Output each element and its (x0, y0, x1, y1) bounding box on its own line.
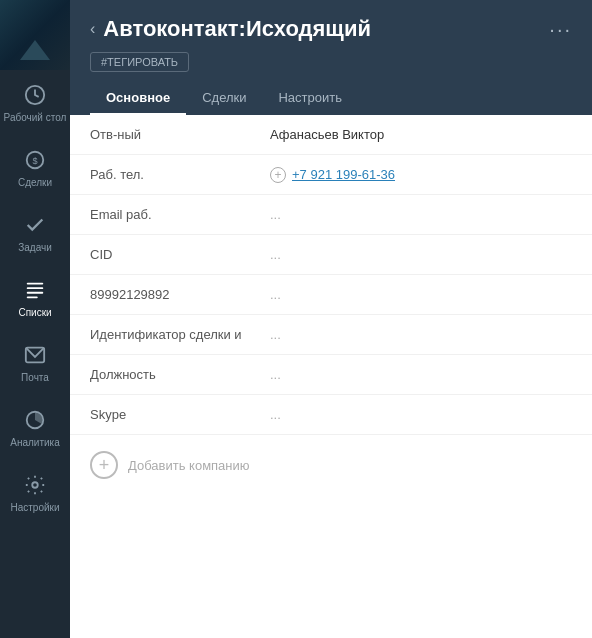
field-row-phone: Раб. тел. + +7 921 199-61-36 (70, 155, 592, 195)
header-tag-row: #ТЕГИРОВАТЬ (90, 52, 572, 72)
sidebar-logo (0, 0, 70, 70)
field-row-position: Должность ... (70, 355, 592, 395)
field-row-cid: CID ... (70, 235, 592, 275)
add-company-row[interactable]: + Добавить компанию (70, 435, 592, 495)
sidebar-label-deals: Сделки (18, 177, 52, 189)
header-title-row: ‹ Автоконтакт:Исходящий (90, 16, 371, 42)
field-label-phone: Раб. тел. (90, 167, 270, 182)
sidebar-item-lists[interactable]: Списки (0, 265, 70, 330)
field-value-deal-id[interactable]: ... (270, 327, 281, 342)
field-value-email[interactable]: ... (270, 207, 281, 222)
sidebar-item-deals[interactable]: $ Сделки (0, 135, 70, 200)
settings-icon (22, 472, 48, 498)
field-row-email: Email раб. ... (70, 195, 592, 235)
field-label-deal-id: Идентификатор сделки и (90, 327, 270, 342)
field-row-responsible: Отв-ный Афанасьев Виктор (70, 115, 592, 155)
field-value-cid[interactable]: ... (270, 247, 281, 262)
sidebar-item-mail[interactable]: Почта (0, 330, 70, 395)
sidebar-label-settings: Настройки (10, 502, 59, 514)
tab-settings[interactable]: Настроить (262, 82, 358, 115)
header-top: ‹ Автоконтакт:Исходящий ··· (90, 16, 572, 42)
sidebar-item-settings[interactable]: Настройки (0, 460, 70, 525)
header: ‹ Автоконтакт:Исходящий ··· #ТЕГИРОВАТЬ … (70, 0, 592, 115)
field-label-position: Должность (90, 367, 270, 382)
field-row-deal-id: Идентификатор сделки и ... (70, 315, 592, 355)
mail-icon (22, 342, 48, 368)
tag-button[interactable]: #ТЕГИРОВАТЬ (90, 52, 189, 72)
main-panel: ‹ Автоконтакт:Исходящий ··· #ТЕГИРОВАТЬ … (70, 0, 592, 638)
svg-rect-4 (27, 287, 44, 289)
add-company-icon: + (90, 451, 118, 479)
sidebar-label-mail: Почта (21, 372, 49, 384)
sidebar-label-dashboard: Рабочий стол (4, 112, 67, 124)
field-value-phone-row: + +7 921 199-61-36 (270, 167, 395, 183)
sidebar-label-analytics: Аналитика (10, 437, 60, 449)
field-label-phone2: 89992129892 (90, 287, 270, 302)
svg-text:$: $ (32, 155, 37, 165)
back-button[interactable]: ‹ (90, 20, 95, 38)
add-company-label: Добавить компанию (128, 458, 250, 473)
field-label-email: Email раб. (90, 207, 270, 222)
field-row-phone2: 89992129892 ... (70, 275, 592, 315)
sidebar-label-lists: Списки (18, 307, 51, 319)
svg-rect-5 (27, 291, 44, 293)
dashboard-icon (22, 82, 48, 108)
field-value-skype[interactable]: ... (270, 407, 281, 422)
sidebar-item-tasks[interactable]: Задачи (0, 200, 70, 265)
sidebar-item-dashboard[interactable]: Рабочий стол (0, 70, 70, 135)
field-label-cid: CID (90, 247, 270, 262)
field-value-position[interactable]: ... (270, 367, 281, 382)
add-phone-icon[interactable]: + (270, 167, 286, 183)
field-value-responsible[interactable]: Афанасьев Виктор (270, 127, 384, 142)
content-area: Отв-ный Афанасьев Виктор Раб. тел. + +7 … (70, 115, 592, 638)
field-label-skype: Skype (90, 407, 270, 422)
field-row-skype: Skype ... (70, 395, 592, 435)
svg-rect-6 (27, 296, 38, 298)
sidebar-label-tasks: Задачи (18, 242, 52, 254)
sidebar-item-analytics[interactable]: Аналитика (0, 395, 70, 460)
tab-main[interactable]: Основное (90, 82, 186, 115)
tabs-bar: Основное Сделки Настроить (90, 82, 572, 115)
tasks-icon (22, 212, 48, 238)
deals-icon: $ (22, 147, 48, 173)
page-title: Автоконтакт:Исходящий (103, 16, 371, 42)
analytics-icon (22, 407, 48, 433)
more-options-button[interactable]: ··· (549, 18, 572, 41)
lists-icon (22, 277, 48, 303)
field-value-phone[interactable]: +7 921 199-61-36 (292, 167, 395, 182)
sidebar: Рабочий стол $ Сделки Задачи Списки Почт… (0, 0, 70, 638)
tab-deals[interactable]: Сделки (186, 82, 262, 115)
field-label-responsible: Отв-ный (90, 127, 270, 142)
svg-point-9 (32, 482, 38, 488)
field-value-phone2[interactable]: ... (270, 287, 281, 302)
svg-rect-3 (27, 282, 44, 284)
